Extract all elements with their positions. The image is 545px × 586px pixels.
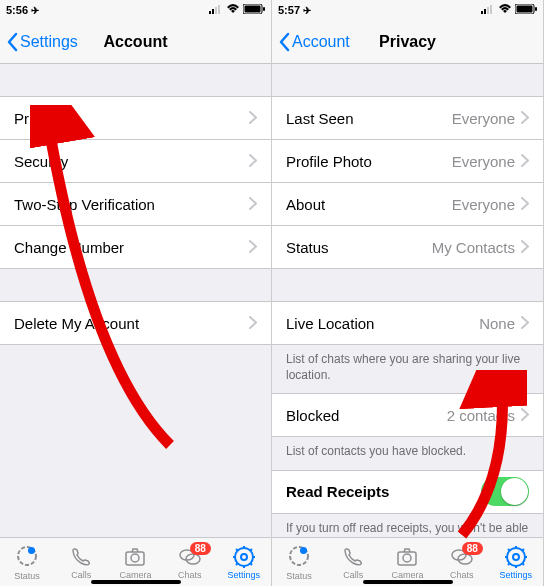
tab-settings[interactable]: Settings <box>217 545 271 580</box>
svg-line-41 <box>522 563 524 565</box>
status-icon <box>287 544 311 568</box>
chevron-right-icon <box>521 153 529 170</box>
content: Privacy Security Two-Step Verification C… <box>0 64 271 537</box>
battery-icon <box>243 4 265 16</box>
status-time: 5:56 <box>6 4 28 16</box>
back-label: Account <box>292 33 350 51</box>
svg-line-43 <box>522 549 524 551</box>
tab-calls[interactable]: Calls <box>54 545 108 580</box>
tab-bar: Status Calls Camera 88 Chats Settings <box>0 537 271 586</box>
row-label: Last Seen <box>286 110 452 127</box>
chevron-right-icon <box>521 239 529 256</box>
phone-icon <box>69 545 93 569</box>
row-live-location[interactable]: Live Location None <box>272 301 543 344</box>
tab-chats[interactable]: 88 Chats <box>435 545 489 580</box>
read-receipts-note: If you turn off read receipts, you won't… <box>272 514 543 537</box>
chats-badge: 88 <box>462 542 483 555</box>
tab-status[interactable]: Status <box>272 544 326 581</box>
back-label: Settings <box>20 33 78 51</box>
svg-point-9 <box>131 554 139 562</box>
gear-icon <box>232 545 256 569</box>
row-two-step[interactable]: Two-Step Verification <box>0 182 271 225</box>
row-label: Read Receipts <box>286 483 481 500</box>
row-about[interactable]: About Everyone <box>272 182 543 225</box>
home-indicator[interactable] <box>363 580 453 584</box>
chevron-right-icon <box>521 407 529 424</box>
tab-label: Camera <box>119 570 151 580</box>
back-button[interactable]: Settings <box>0 32 78 52</box>
tab-settings[interactable]: Settings <box>489 545 543 580</box>
nav-bar: Account Privacy <box>272 20 543 64</box>
chevron-left-icon <box>278 32 290 52</box>
tab-camera[interactable]: Camera <box>380 545 434 580</box>
chevron-right-icon <box>249 153 257 170</box>
back-button[interactable]: Account <box>272 32 350 52</box>
read-receipts-toggle[interactable] <box>481 477 529 506</box>
svg-rect-0 <box>209 11 211 14</box>
row-label: Change Number <box>14 239 249 256</box>
tab-chats[interactable]: 88 Chats <box>163 545 217 580</box>
svg-line-21 <box>250 549 252 551</box>
tab-label: Calls <box>343 570 363 580</box>
page-title: Privacy <box>379 33 436 51</box>
tab-status[interactable]: Status <box>0 544 54 581</box>
tab-label: Status <box>286 571 312 581</box>
row-read-receipts[interactable]: Read Receipts <box>272 470 543 513</box>
chevron-right-icon <box>521 196 529 213</box>
svg-point-33 <box>458 554 472 564</box>
row-label: Profile Photo <box>286 153 452 170</box>
tab-camera[interactable]: Camera <box>108 545 162 580</box>
svg-point-13 <box>241 554 247 560</box>
row-delete-account[interactable]: Delete My Account <box>0 301 271 344</box>
row-value: My Contacts <box>432 239 515 256</box>
svg-rect-22 <box>481 11 483 14</box>
content: Last Seen Everyone Profile Photo Everyon… <box>272 64 543 537</box>
row-label: Live Location <box>286 315 479 332</box>
row-label: About <box>286 196 452 213</box>
svg-rect-3 <box>218 5 220 14</box>
tab-bar: Status Calls Camera 88 Chats Settings <box>272 537 543 586</box>
svg-line-18 <box>236 549 238 551</box>
status-bar: 5:56 ✈ <box>0 0 271 20</box>
row-value: Everyone <box>452 196 515 213</box>
chevron-right-icon <box>249 239 257 256</box>
chevron-right-icon <box>249 196 257 213</box>
tab-label: Chats <box>178 570 202 580</box>
nav-bar: Settings Account <box>0 20 271 64</box>
row-value: 2 contacts <box>447 407 515 424</box>
svg-rect-1 <box>212 9 214 14</box>
row-change-number[interactable]: Change Number <box>0 225 271 268</box>
home-indicator[interactable] <box>91 580 181 584</box>
row-label: Blocked <box>286 407 447 424</box>
row-value: None <box>479 315 515 332</box>
status-time: 5:57 <box>278 4 300 16</box>
svg-rect-27 <box>517 6 533 13</box>
row-value: Everyone <box>452 153 515 170</box>
row-label: Security <box>14 153 249 170</box>
row-profile-photo[interactable]: Profile Photo Everyone <box>272 139 543 182</box>
svg-rect-25 <box>490 5 492 14</box>
row-label: Privacy <box>14 110 249 127</box>
row-security[interactable]: Security <box>0 139 271 182</box>
chevron-left-icon <box>6 32 18 52</box>
row-last-seen[interactable]: Last Seen Everyone <box>272 96 543 139</box>
svg-rect-2 <box>215 7 217 14</box>
tab-label: Chats <box>450 570 474 580</box>
wifi-icon <box>498 4 512 16</box>
row-value: Everyone <box>452 110 515 127</box>
tab-label: Settings <box>228 570 261 580</box>
wifi-icon <box>226 4 240 16</box>
tab-label: Camera <box>391 570 423 580</box>
row-status[interactable]: Status My Contacts <box>272 225 543 268</box>
row-privacy[interactable]: Privacy <box>0 96 271 139</box>
chevron-right-icon <box>249 110 257 127</box>
screen-privacy: 5:57 ✈ Account Privacy Last Seen Everyon… <box>272 0 544 586</box>
status-bar: 5:57 ✈ <box>272 0 543 20</box>
svg-rect-23 <box>484 9 486 14</box>
status-icon <box>15 544 39 568</box>
chevron-right-icon <box>249 315 257 332</box>
tab-calls[interactable]: Calls <box>326 545 380 580</box>
row-blocked[interactable]: Blocked 2 contacts <box>272 393 543 436</box>
live-location-note: List of chats where you are sharing your… <box>272 345 543 393</box>
row-label: Status <box>286 239 432 256</box>
